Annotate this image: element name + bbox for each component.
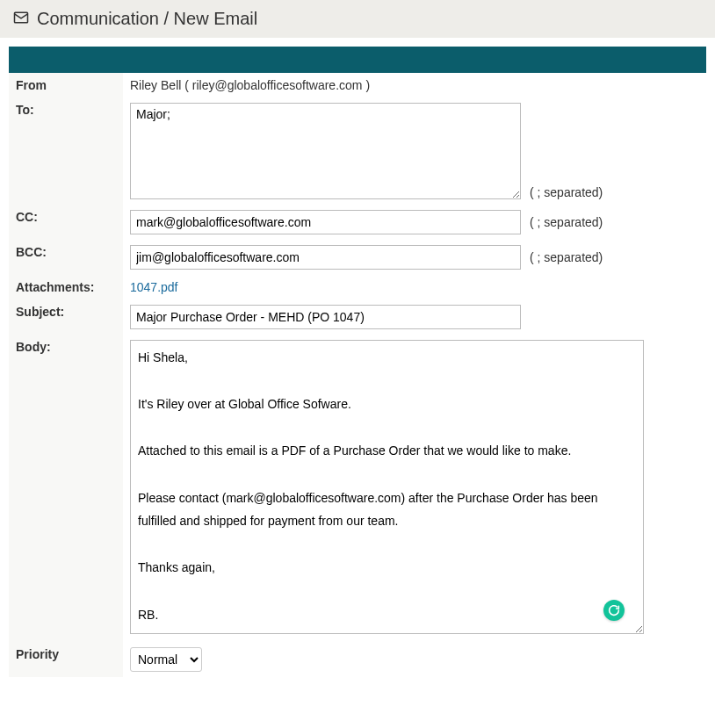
subject-input[interactable]	[130, 305, 521, 329]
from-value: Riley Bell ( riley@globalofficesoftware.…	[130, 78, 370, 92]
section-bar	[9, 47, 706, 73]
to-hint: ( ; separated)	[530, 185, 603, 199]
cc-input[interactable]	[130, 210, 521, 234]
body-input[interactable]	[130, 340, 644, 634]
priority-label: Priority	[9, 642, 123, 677]
cc-hint: ( ; separated)	[530, 215, 603, 229]
page-title: Communication / New Email	[37, 9, 257, 29]
to-label: To:	[9, 97, 123, 205]
bcc-hint: ( ; separated)	[530, 250, 603, 264]
from-label: From	[9, 73, 123, 97]
attachment-link[interactable]: 1047.pdf	[130, 280, 178, 294]
mail-icon	[12, 9, 37, 29]
bcc-label: BCC:	[9, 240, 123, 275]
email-form: From Riley Bell ( riley@globalofficesoft…	[9, 73, 706, 677]
bcc-input[interactable]	[130, 245, 521, 270]
page-header: Communication / New Email	[0, 0, 715, 38]
attachments-label: Attachments:	[9, 275, 123, 299]
grammarly-icon[interactable]	[603, 600, 625, 621]
subject-label: Subject:	[9, 299, 123, 335]
body-label: Body:	[9, 335, 123, 642]
to-input[interactable]	[130, 103, 521, 199]
cc-label: CC:	[9, 205, 123, 240]
priority-select[interactable]: LowNormalHigh	[130, 647, 202, 672]
